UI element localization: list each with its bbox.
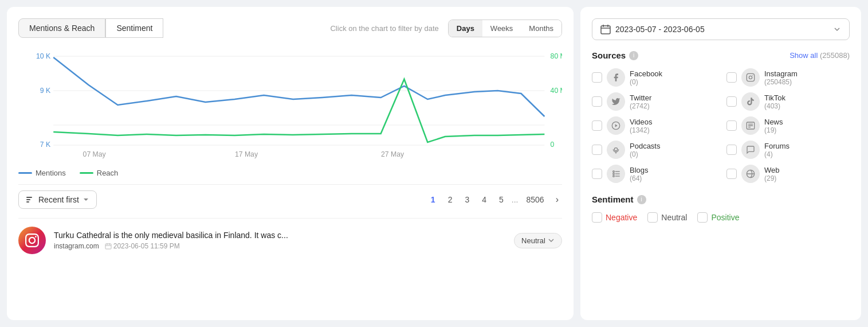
tiktok-name: TikTok [764, 94, 785, 102]
svg-marker-28 [615, 124, 618, 127]
facebook-name: Facebook [630, 69, 662, 78]
sentiment-section: Sentiment i Negative Neutral Positive [592, 194, 850, 223]
post-title[interactable]: Turku Cathedral is the only medieval bas… [54, 231, 506, 240]
calendar-icon [105, 243, 112, 250]
sentiment-section-header: Sentiment i [592, 194, 850, 204]
sentiment-positive: Positive [697, 212, 739, 223]
chart-svg: 10 K 9 K 7 K 80 M 40 M 0 07 May 17 May 2… [18, 45, 562, 159]
neutral-label: Neutral [661, 213, 687, 222]
tiktok-checkbox[interactable] [726, 96, 737, 107]
svg-text:27 May: 27 May [381, 150, 404, 158]
sentiment-title: Sentiment [592, 194, 634, 204]
svg-point-26 [752, 75, 753, 76]
tiktok-icon-wrap [741, 92, 760, 111]
page-2[interactable]: 2 [443, 193, 457, 207]
period-weeks[interactable]: Weeks [482, 20, 521, 37]
svg-text:0: 0 [551, 141, 555, 149]
chart-area[interactable]: 10 K 9 K 7 K 80 M 40 M 0 07 May 17 May 2… [18, 45, 562, 159]
sentiment-negative: Negative [592, 212, 637, 223]
date-picker[interactable]: 2023-05-07 - 2023-06-05 [592, 18, 850, 40]
facebook-icon [611, 73, 620, 82]
page-1[interactable]: 1 [426, 193, 440, 207]
blogs-checkbox[interactable] [592, 169, 602, 179]
tab-sentiment[interactable]: Sentiment [105, 18, 163, 38]
facebook-checkbox[interactable] [592, 72, 602, 83]
sources-info-icon[interactable]: i [629, 51, 638, 60]
post-card: Turku Cathedral is the only medieval bas… [18, 218, 562, 254]
right-panel: 2023-05-07 - 2023-06-05 Sources i Show a… [580, 7, 861, 320]
instagram-checkbox[interactable] [726, 72, 737, 83]
svg-text:7 K: 7 K [40, 141, 50, 149]
negative-label: Negative [606, 213, 637, 222]
forums-checkbox[interactable] [726, 145, 737, 155]
twitter-icon-wrap [607, 92, 625, 111]
web-checkbox[interactable] [726, 169, 737, 179]
tab-mentions-reach[interactable]: Mentions & Reach [18, 18, 105, 38]
post-source[interactable]: instagram.com [54, 242, 99, 250]
svg-text:10 K: 10 K [36, 52, 50, 60]
podcasts-checkbox[interactable] [592, 145, 602, 155]
page-last[interactable]: 8506 [522, 193, 549, 207]
page-next-arrow[interactable]: › [552, 192, 562, 207]
sentiment-info-icon[interactable]: i [637, 195, 646, 204]
web-count: (29) [764, 174, 780, 182]
period-months[interactable]: Months [521, 20, 561, 37]
sources-title: Sources [592, 50, 626, 60]
sort-label: Recent first [38, 195, 79, 204]
videos-checkbox[interactable] [592, 120, 602, 131]
news-count: (19) [764, 126, 783, 134]
videos-name: Videos [630, 118, 653, 126]
sentiment-badge[interactable]: Neutral [514, 233, 562, 248]
forums-icon-wrap [741, 141, 760, 159]
sources-grid: Facebook (0) Instagram (250485) [592, 68, 850, 183]
svg-point-36 [613, 173, 615, 175]
post-meta: instagram.com 2023-06-05 11:59 PM [54, 242, 506, 250]
period-buttons: Days Weeks Months [448, 20, 562, 37]
neutral-checkbox[interactable] [647, 212, 658, 223]
tiktok-count: (403) [764, 102, 785, 110]
forums-name: Forums [764, 142, 790, 150]
legend-reach-label: Reach [97, 169, 119, 177]
sources-section-header: Sources i Show all (255088) [592, 50, 850, 60]
page-5[interactable]: 5 [494, 193, 508, 207]
svg-point-37 [613, 176, 615, 177]
svg-text:07 May: 07 May [83, 150, 107, 158]
date-range-text: 2023-05-07 - 2023-06-05 [615, 25, 705, 34]
blogs-icon-wrap [607, 165, 625, 183]
web-name: Web [764, 166, 780, 174]
podcasts-icon [611, 145, 620, 154]
blogs-name: Blogs [630, 166, 649, 174]
twitter-checkbox[interactable] [592, 96, 602, 107]
videos-icon [611, 121, 620, 130]
chart-hint: Click on the chart to filter by date [330, 24, 438, 33]
news-checkbox[interactable] [726, 120, 737, 131]
page-3[interactable]: 3 [460, 193, 474, 207]
blogs-icon [611, 169, 620, 178]
instagram-icon [25, 233, 39, 247]
facebook-icon-wrap [607, 68, 625, 87]
positive-checkbox[interactable] [697, 212, 708, 223]
page-4[interactable]: 4 [477, 193, 491, 207]
source-podcasts: Podcasts (0) [592, 141, 715, 159]
show-all-link[interactable]: Show all (255088) [790, 51, 850, 60]
source-instagram: Instagram (250485) [726, 68, 850, 87]
calendar-icon [600, 24, 611, 34]
post-date-text: 2023-06-05 11:59 PM [113, 242, 180, 250]
svg-point-35 [613, 171, 615, 173]
web-icon [746, 169, 755, 178]
sentiment-row: Negative Neutral Positive [592, 212, 850, 223]
chart-legend: Mentions Reach [18, 169, 562, 177]
source-web: Web (29) [726, 165, 850, 183]
videos-icon-wrap [607, 116, 625, 135]
svg-text:80 M: 80 M [551, 52, 562, 60]
podcasts-name: Podcasts [630, 142, 660, 150]
web-icon-wrap [741, 165, 760, 183]
instagram-count: (250485) [764, 78, 798, 86]
negative-checkbox[interactable] [592, 212, 602, 223]
sort-dropdown[interactable]: Recent first [18, 190, 97, 209]
legend-mentions-label: Mentions [36, 169, 66, 177]
period-days[interactable]: Days [449, 20, 482, 37]
post-date: 2023-06-05 11:59 PM [105, 242, 180, 250]
mentions-line [18, 172, 32, 174]
date-chevron-icon [833, 25, 841, 33]
